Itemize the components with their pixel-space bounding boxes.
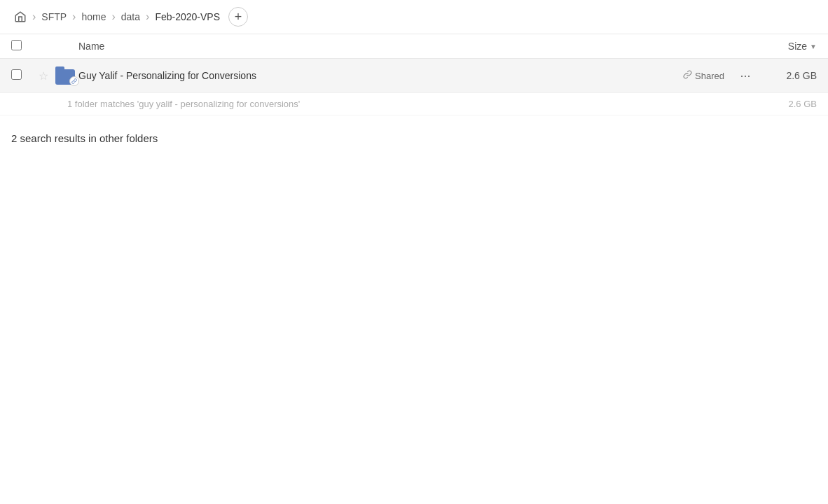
folder-icon: [55, 66, 76, 85]
breadcrumb-data[interactable]: data: [118, 10, 143, 24]
file-icon-cell: [53, 66, 78, 85]
breadcrumb-sep-2: ›: [72, 11, 76, 22]
select-all-checkbox[interactable]: [11, 40, 22, 50]
breadcrumb-add-button[interactable]: +: [228, 7, 248, 27]
breadcrumb-home[interactable]: home: [78, 10, 109, 24]
breadcrumb-home-icon[interactable]: [11, 8, 29, 26]
header-size-col[interactable]: Size ▼: [747, 41, 817, 52]
breadcrumb-sep-1: ›: [32, 11, 36, 22]
file-size: 2.6 GB: [761, 70, 817, 81]
other-folders-heading: 2 search results in other folders: [0, 115, 828, 153]
header-checkbox-cell[interactable]: [11, 40, 34, 52]
sort-arrow-icon: ▼: [810, 43, 817, 50]
row-checkbox[interactable]: [11, 69, 22, 80]
row-checkbox-cell[interactable]: [11, 69, 34, 82]
size-col-label: Size: [788, 41, 807, 52]
shared-link-icon: [683, 70, 692, 81]
breadcrumb-bar: › SFTP › home › data › Feb-2020-VPS +: [0, 0, 828, 34]
more-options-button[interactable]: ···: [736, 66, 755, 85]
star-button[interactable]: ☆: [34, 69, 53, 83]
shared-badge: Shared: [677, 69, 730, 83]
table-header: Name Size ▼: [0, 34, 828, 59]
more-options-icon: ···: [740, 69, 750, 83]
link-badge-icon: [69, 76, 79, 86]
breadcrumb-sep-3: ›: [111, 11, 115, 22]
file-name: Guy Yalif - Personalizing for Conversion…: [78, 70, 677, 81]
match-info-text: 1 folder matches 'guy yalif - personaliz…: [67, 99, 300, 109]
match-info-row: 1 folder matches 'guy yalif - personaliz…: [0, 93, 828, 115]
match-info-size: 2.6 GB: [789, 99, 817, 109]
file-row[interactable]: ☆ Guy Yalif - Personalizing for Conversi…: [0, 59, 828, 93]
breadcrumb-sep-4: ›: [146, 11, 149, 22]
shared-label: Shared: [695, 71, 724, 81]
header-name-col: Name: [78, 41, 747, 52]
breadcrumb-current[interactable]: Feb-2020-VPS: [152, 10, 223, 24]
breadcrumb-sftp[interactable]: SFTP: [39, 10, 69, 24]
